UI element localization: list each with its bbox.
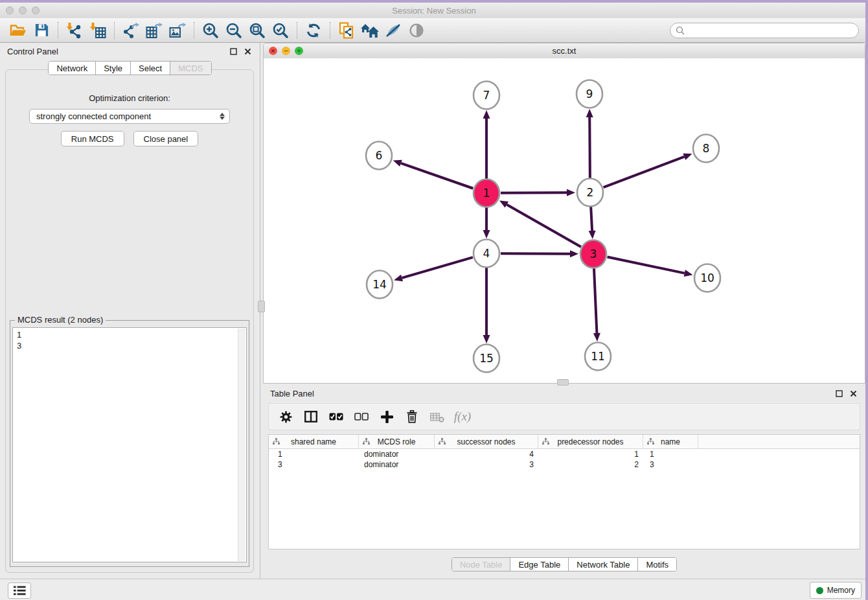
network-zoom-icon[interactable] [295,47,303,55]
status-bar: Memory [0,579,868,600]
import-network-icon[interactable] [63,21,86,40]
table-tab-edge-table[interactable]: Edge Table [510,558,568,571]
toolbar-separator [330,22,330,39]
mcds-result-area[interactable]: 1 3 [12,327,247,562]
table-cell[interactable]: 3 [435,459,538,470]
network-close-icon[interactable] [269,47,277,55]
optimization-criterion-select[interactable]: strongly connected component [29,109,230,124]
tab-style[interactable]: Style [95,62,130,75]
memory-button[interactable]: Memory [810,582,862,599]
network-canvas[interactable]: 7968124314101511 [264,58,865,383]
edge-1-2[interactable] [501,192,567,193]
control-panel-title: Control Panel [7,47,58,56]
network-minimize-icon[interactable] [282,47,290,55]
zoom-in-icon[interactable] [199,21,222,40]
edge-2-3[interactable] [591,207,592,231]
table-tab-network-table[interactable]: Network Table [568,558,637,571]
float-panel-icon[interactable] [230,48,237,55]
control-panel-header: Control Panel [0,43,260,60]
delete-column-icon[interactable] [404,408,420,425]
table-cell[interactable]: 1 [643,449,698,459]
edge-1-6[interactable] [401,163,473,189]
table-cell[interactable]: dominator [359,449,435,459]
control-panel: Control Panel NetworkStyleSelectMCDS Opt… [0,43,260,579]
column-header-name[interactable]: name [643,435,698,448]
close-table-panel-icon[interactable] [850,390,857,397]
table-panel: Table Panel [263,385,865,577]
zoom-selected-icon[interactable] [269,21,292,40]
toolbar-separator [297,22,297,39]
table-row[interactable]: 1dominator411 [269,449,860,459]
table-cell[interactable]: 2 [538,459,643,470]
edge-3-11[interactable] [594,268,597,333]
table-cell[interactable]: dominator [359,459,435,470]
search-field[interactable] [670,23,859,38]
tab-network[interactable]: Network [49,62,95,75]
clone-network-icon[interactable] [335,21,358,40]
table-row[interactable]: 3dominator323 [269,459,860,470]
run-mcds-button[interactable]: Run MCDS [61,131,124,146]
export-image-icon[interactable] [166,21,189,40]
edge-3-1[interactable] [507,205,581,247]
optimization-criterion-label: Optimization criterion: [6,93,253,103]
table-tab-node-table[interactable]: Node Table [452,558,510,571]
save-session-icon[interactable] [30,21,53,40]
edge-arrowhead [586,109,593,117]
memory-label: Memory [827,586,855,595]
table-tab-motifs[interactable]: Motifs [637,558,676,571]
table-cell[interactable]: 4 [435,449,538,459]
control-panel-tabs: NetworkStyleSelectMCDS [0,61,260,75]
column-header-shared-name[interactable]: shared name [269,435,359,448]
node-label-15: 15 [479,352,494,365]
zoom-fit-icon[interactable] [246,21,269,40]
result-scrollbar[interactable] [238,329,246,561]
mcds-result-text: 1 3 [13,328,246,352]
table-cell[interactable]: 3 [643,459,698,470]
home-icon[interactable] [358,21,382,40]
select-all-icon[interactable] [328,408,345,425]
tab-select[interactable]: Select [130,62,170,75]
close-panel-button[interactable]: Close panel [133,131,199,146]
table-tabs: Node TableEdge TableNetwork TableMotifs [263,557,865,571]
network-graph[interactable]: 7968124314101511 [264,58,865,383]
graphics-details-icon[interactable] [382,21,405,40]
vertical-splitter-grip[interactable] [258,301,265,312]
table-cell[interactable]: 1 [538,449,643,459]
edge-2-9[interactable] [589,117,590,178]
mcds-tab-content: Optimization criterion: strongly connect… [5,69,254,573]
open-session-icon[interactable] [6,21,30,40]
task-history-button[interactable] [8,583,31,599]
split-panel-icon[interactable] [303,408,319,425]
show-hide-icon[interactable] [405,21,428,40]
column-namespace-icon [363,438,370,445]
zoom-out-icon[interactable] [222,21,246,40]
edge-4-14[interactable] [402,257,473,278]
deselect-all-icon[interactable] [353,408,370,425]
edge-2-8[interactable] [604,157,685,187]
close-panel-icon[interactable] [244,48,251,55]
node-label-9: 9 [586,87,593,100]
import-table-icon[interactable] [86,21,109,40]
edge-3-10[interactable] [608,257,685,273]
edge-4-3[interactable] [501,253,570,254]
apply-layout-icon[interactable] [302,21,325,40]
column-header-MCDS-role[interactable]: MCDS role [359,435,435,448]
edge-arrowhead [483,230,490,238]
search-input[interactable] [687,25,858,36]
apply-function-icon[interactable]: f(x) [454,408,471,425]
export-table-icon[interactable] [143,21,166,40]
table-body: 1dominator4113dominator323 [269,449,860,470]
table-cell[interactable]: 3 [269,459,359,470]
add-column-icon[interactable] [378,408,395,425]
column-header-successor-nodes[interactable]: successor nodes [435,435,538,448]
export-network-icon[interactable] [119,21,143,40]
table-settings-icon[interactable] [277,408,294,425]
column-namespace-icon [273,438,280,445]
horizontal-splitter-grip[interactable] [557,379,569,386]
table-cell[interactable]: 1 [269,449,359,459]
column-header-predecessor-nodes[interactable]: predecessor nodes [538,435,643,448]
search-icon [676,26,685,35]
float-table-panel-icon[interactable] [836,390,843,397]
tab-mcds[interactable]: MCDS [170,62,211,75]
delete-table-icon[interactable] [429,408,446,425]
